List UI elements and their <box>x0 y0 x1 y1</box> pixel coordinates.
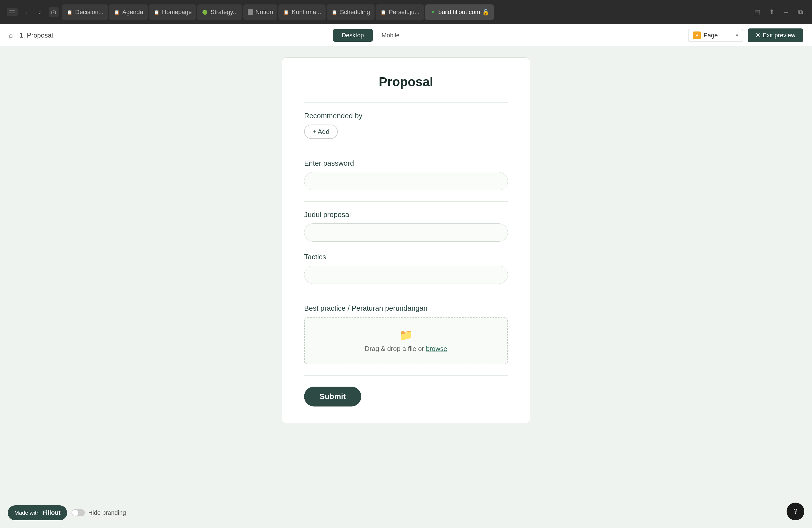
page-selector[interactable]: P Page ▾ <box>688 29 743 42</box>
form-card: Proposal Recommended by + Add Enter pass… <box>282 57 530 423</box>
file-upload-text: Drag & drop a file or browse <box>365 345 447 353</box>
tab-fillout[interactable]: ■ build.fillout.com 🔒 <box>425 4 494 20</box>
main-content: Proposal Recommended by + Add Enter pass… <box>0 46 812 528</box>
judul-proposal-input[interactable] <box>304 223 508 241</box>
tabs-container: 📋 Decision... 📋 Agenda 📋 Homepage 🟢 Stra… <box>62 4 749 20</box>
password-input[interactable] <box>304 172 508 190</box>
svg-rect-1 <box>10 12 15 12</box>
svg-rect-2 <box>10 14 15 14</box>
tactics-section: Tactics <box>304 253 508 284</box>
fillout-brand-label: Fillout <box>42 509 60 516</box>
new-tab-button[interactable]: ＋ <box>781 7 791 17</box>
svg-rect-0 <box>10 10 15 11</box>
enter-password-section: Enter password <box>304 159 508 190</box>
tab-strategy[interactable]: 🟢 Strategy... <box>197 4 242 20</box>
share-button[interactable]: ⬆ <box>767 7 777 17</box>
best-practice-section: Best practice / Peraturan perundangan 📁 … <box>304 304 508 364</box>
mobile-view-button[interactable]: Mobile <box>373 29 408 42</box>
breadcrumb: 1. Proposal <box>19 31 53 39</box>
tab-icon-strategy: 🟢 <box>202 9 208 15</box>
page-icon: P <box>693 31 701 39</box>
form-title: Proposal <box>304 74 508 89</box>
tabs-overview-button[interactable]: ⧉ <box>795 7 806 17</box>
recommended-by-section: Recommended by + Add <box>304 112 508 139</box>
bottom-bar: Made with Fillout Hide branding <box>8 505 126 520</box>
tab-persetuju[interactable]: 📋 Persetuju... <box>376 4 424 20</box>
tab-homepage[interactable]: 📋 Homepage <box>149 4 197 20</box>
add-button[interactable]: + Add <box>304 124 338 139</box>
hide-branding-toggle[interactable] <box>72 509 85 516</box>
address-icon <box>48 7 59 17</box>
enter-password-label: Enter password <box>304 159 508 167</box>
help-button[interactable]: ? <box>787 503 804 520</box>
file-upload-area[interactable]: 📁 Drag & drop a file or browse <box>304 317 508 364</box>
tactics-input[interactable] <box>304 266 508 284</box>
hide-branding-label: Hide branding <box>88 509 126 516</box>
tab-agenda[interactable]: 📋 Agenda <box>109 4 148 20</box>
tab-konfirma[interactable]: 📋 Konfirma... <box>278 4 325 20</box>
browser-chrome: ‹ › 📋 Decision... 📋 Agenda 📋 Homepage 🟢 … <box>0 0 812 24</box>
submit-button[interactable]: Submit <box>304 386 361 407</box>
tab-icon-agenda: 📋 <box>114 9 120 15</box>
page-label: Page <box>704 32 733 39</box>
browser-controls: ‹ › <box>6 7 59 17</box>
hide-branding-section: Hide branding <box>72 509 126 516</box>
tactics-label: Tactics <box>304 253 508 261</box>
exit-preview-x-icon: ✕ <box>755 32 760 39</box>
home-button[interactable]: ⌂ <box>9 31 13 39</box>
browse-link[interactable]: browse <box>426 345 447 352</box>
fillout-badge[interactable]: Made with Fillout <box>8 505 67 520</box>
tab-icon-konfirma: 📋 <box>283 9 289 15</box>
form-divider-top <box>304 102 508 103</box>
tab-decision[interactable]: 📋 Decision... <box>62 4 108 20</box>
exit-preview-button[interactable]: ✕ Exit preview <box>748 28 803 42</box>
made-with-label: Made with <box>14 510 40 516</box>
sidebar-toggle[interactable] <box>6 8 18 16</box>
tab-scheduling[interactable]: 📋 Scheduling <box>327 4 375 20</box>
tab-icon-scheduling: 📋 <box>331 9 338 15</box>
back-button[interactable]: ‹ <box>22 8 31 17</box>
reader-mode-button[interactable]: ▤ <box>752 7 762 17</box>
desktop-view-button[interactable]: Desktop <box>333 29 373 42</box>
form-divider-4 <box>304 375 508 376</box>
app-toolbar: ⌂ 1. Proposal Desktop Mobile P Page ▾ ✕ … <box>0 24 812 46</box>
chevron-down-icon: ▾ <box>736 32 738 39</box>
help-icon: ? <box>793 507 798 516</box>
judul-proposal-section: Judul proposal <box>304 210 508 241</box>
view-toggle: Desktop Mobile <box>60 29 682 42</box>
form-divider-2 <box>304 201 508 202</box>
tab-icon-homepage: 📋 <box>153 9 160 15</box>
judul-proposal-label: Judul proposal <box>304 210 508 219</box>
tab-notion[interactable]: Notion <box>243 4 278 20</box>
tab-icon-persetuju: 📋 <box>380 9 387 15</box>
recommended-by-label: Recommended by <box>304 112 508 120</box>
folder-icon: 📁 <box>399 328 413 342</box>
tab-icon-decision: 📋 <box>66 9 73 15</box>
forward-button[interactable]: › <box>35 8 44 17</box>
tab-icon-fillout: ■ <box>430 9 436 15</box>
toolbar-right: P Page ▾ ✕ Exit preview <box>688 28 803 42</box>
browser-actions: ▤ ⬆ ＋ ⧉ <box>752 7 806 17</box>
tab-icon-notion <box>248 10 253 15</box>
best-practice-label: Best practice / Peraturan perundangan <box>304 304 508 312</box>
